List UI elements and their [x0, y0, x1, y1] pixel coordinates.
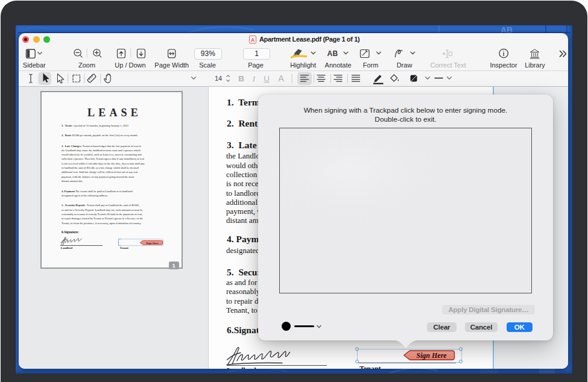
svg-text:Sign Here: Sign Here [416, 351, 447, 360]
svg-text:Sign Here: Sign Here [146, 242, 159, 245]
